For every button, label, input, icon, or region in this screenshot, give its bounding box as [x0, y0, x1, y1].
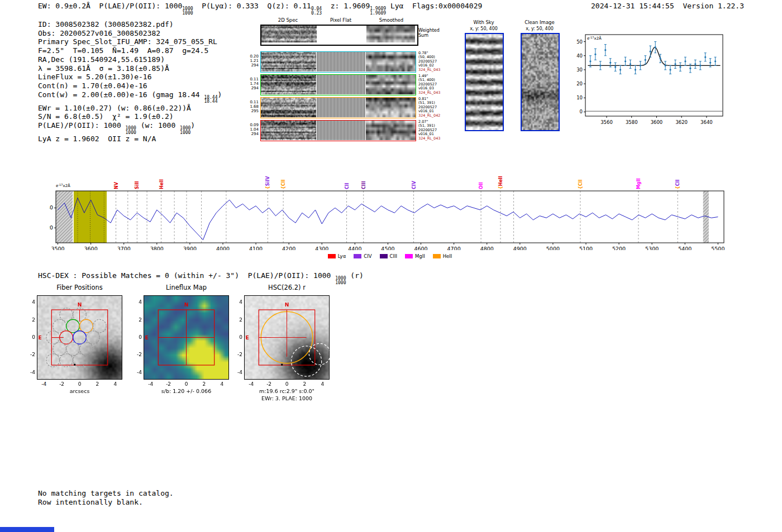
- weighted-sum-label: Weighted Sum: [418, 28, 443, 38]
- legend-label: HeII: [443, 253, 452, 259]
- smoothed-image: [366, 121, 416, 140]
- zoom-axes: 3560358036003620364001020304050: [576, 35, 723, 125]
- y-tick-label: 0: [22, 334, 35, 340]
- info-line: Obs: 20200527v016_3008502382: [38, 29, 222, 38]
- spec2d-image: [261, 98, 316, 117]
- row-stat-value: 1.68: [243, 104, 259, 109]
- info-line: S/N = 6.8(±0.5) χ² = 1.9(±0.2): [38, 112, 222, 121]
- info-line: ID: 3008502382 (3008502382.pdf): [38, 20, 222, 29]
- fraction-lo: 1.9609: [370, 11, 386, 16]
- fraction-lo: 1000: [182, 11, 193, 16]
- fraction-stack: 0.040.23: [311, 7, 322, 15]
- report-version: Version 1.22.3: [683, 2, 744, 10]
- y-tick-label: -4: [128, 370, 142, 375]
- svg-text:40: 40: [576, 53, 583, 59]
- col-title-pixel-flat: Pixel Flat: [316, 17, 365, 23]
- spec2d-image: [261, 52, 316, 71]
- row-annotation-line: 324_RL_043: [418, 68, 453, 72]
- svg-text:4200: 4200: [282, 246, 295, 250]
- legend-item: CIV: [354, 253, 371, 259]
- line-marker-label: CIII: [361, 181, 366, 189]
- svg-text:3560: 3560: [600, 119, 613, 125]
- x-tick-label: 0: [282, 381, 293, 387]
- y-tick-label: 2: [22, 317, 35, 323]
- text-segment: EW: 0.9±0.2Å P(LAE)/P(OII): 1000: [38, 2, 182, 10]
- svg-text:E: E: [145, 335, 149, 341]
- text-segment: Cont(n) = 1.70(±0.04)e-16: [38, 82, 147, 90]
- row-stats: 0.111.74294: [243, 77, 259, 90]
- header-summary-line: EW: 0.9±0.2Å P(LAE)/P(OII): 100010001000…: [38, 2, 482, 15]
- detection-info-block: ID: 3008502382 (3008502382.pdf)Obs: 2020…: [38, 20, 222, 143]
- svg-text:4400: 4400: [348, 246, 361, 250]
- panel-fiber-overlay: NE: [37, 295, 122, 380]
- svg-text:N: N: [78, 302, 82, 308]
- row-annotation-line: 324_RL_042: [418, 114, 453, 118]
- row-stat-value: 294: [243, 86, 259, 90]
- x-tick-label: 2: [198, 381, 209, 387]
- catalog-object-circle: [291, 346, 321, 376]
- svg-text:5200: 5200: [612, 246, 626, 250]
- col-title-2d-spec: 2D Spec: [260, 17, 316, 23]
- svg-text:3700: 3700: [117, 246, 131, 250]
- spec2d-row: [260, 120, 416, 141]
- report-timestamp: 2024-12-31 15:44:55: [591, 2, 674, 10]
- clean-coords: x, y: 50, 400: [509, 26, 570, 31]
- pixel-flat-section: [317, 121, 365, 140]
- legend-swatch: [328, 254, 336, 258]
- svg-text:E: E: [246, 335, 249, 341]
- row-stat-value: 1.04: [243, 127, 259, 132]
- x-tick-label: 0: [74, 381, 85, 387]
- weighted-sum-pixelflat-blank: [317, 26, 366, 42]
- info-line: Cont(w) = 2.00(±0.00)e-16 (gmag 18.44 18…: [38, 90, 222, 104]
- line-marker-label: {HeII: [498, 176, 503, 189]
- svg-text:3620: 3620: [675, 119, 688, 125]
- fraction-lo: 0.23: [311, 11, 322, 16]
- line-marker-label: {CII: [578, 179, 583, 189]
- svg-text:20: 20: [576, 81, 583, 87]
- zoom-ylabel: e-17x2Å: [587, 36, 602, 41]
- text-segment: z: 1.9609: [322, 2, 370, 10]
- fiber-circle: [53, 319, 66, 333]
- text-segment: P(Lyα): 0.333 Q(z): 0.11: [193, 2, 311, 10]
- svg-text:3800: 3800: [150, 246, 164, 250]
- fiber-circle: [87, 331, 100, 344]
- row-stat-value: 294: [243, 63, 259, 68]
- text-segment: ): [218, 90, 222, 99]
- legend-swatch: [405, 254, 413, 258]
- svg-text:4500: 4500: [381, 246, 394, 250]
- fraction-stack: 1.96091.9609: [370, 7, 386, 15]
- row-annotation-line: 324_RL_043: [418, 137, 453, 141]
- row-annotation: 2.07"(51, 391)20200527v016_01324_RL_043: [418, 120, 453, 141]
- line-marker-label: NV: [114, 181, 119, 189]
- note-line: Row intentionally blank.: [38, 498, 174, 507]
- main-axes: 3500360037003800390040004100420043004400…: [49, 191, 724, 250]
- zoom-spectrum-panel: 3560358036003620364001020304050e-17x2Å: [569, 29, 731, 130]
- x-tick-label: 2: [92, 381, 103, 387]
- svg-text:40: 40: [49, 204, 53, 210]
- x-tick-label: 2: [299, 381, 310, 387]
- spec2d-image: [261, 121, 316, 140]
- withsky-title: With Sky: [454, 20, 514, 25]
- fiber-circle: [73, 331, 87, 344]
- svg-text:5000: 5000: [546, 246, 560, 250]
- spec2d-row: [260, 51, 416, 73]
- spec2d-row: [260, 74, 416, 95]
- text-segment: (w: 1000: [136, 121, 180, 130]
- line-marker-label: {CII: [281, 179, 286, 189]
- y-tick-label: 2: [128, 317, 142, 323]
- svg-text:4600: 4600: [414, 246, 427, 250]
- col-title-smoothed: Smoothed: [366, 17, 416, 23]
- legend-item: Lyα: [328, 253, 346, 259]
- weighted-sum-smoothed-image: [366, 26, 415, 42]
- line-marker-label: MgII: [636, 178, 641, 189]
- svg-text:3600: 3600: [651, 119, 663, 125]
- row-annotation: 0.78"(50, 400)20200527v016_02324_RL_043: [418, 51, 453, 72]
- zoom-data-points: [589, 42, 717, 74]
- withsky-coords: x, y: 50, 400: [454, 26, 514, 31]
- text-segment: LyA z = 1.9602 OII z = N/A: [38, 135, 156, 143]
- pixel-flat-section: [317, 52, 365, 71]
- withsky-image: [465, 33, 504, 131]
- y-tick-label: -2: [22, 352, 35, 357]
- svg-text:10: 10: [576, 95, 583, 100]
- row-stats: 0.111.68295: [243, 100, 259, 113]
